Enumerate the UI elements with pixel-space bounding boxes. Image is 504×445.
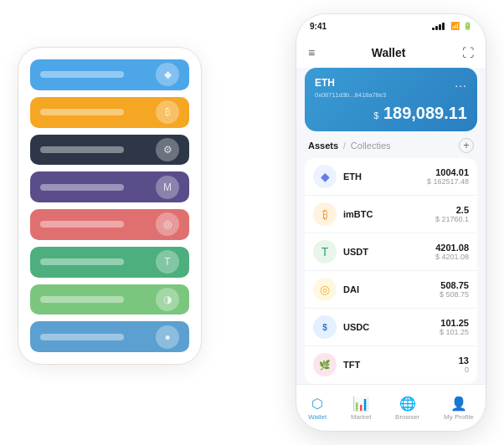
card-text [40, 184, 124, 191]
card-icon: ● [156, 325, 179, 349]
eth-usd: $ 162517.48 [427, 177, 469, 186]
usdc-logo: $ [313, 315, 337, 339]
card-1: ◆ [30, 59, 189, 90]
tft-amount: 13 [459, 355, 469, 366]
imbtc-logo: ₿ [313, 202, 337, 226]
tft-logo: 🌿 [313, 353, 337, 376]
card-text [40, 146, 124, 153]
usdt-amounts: 4201.08 $ 4201.08 [435, 243, 469, 261]
tft-amounts: 13 0 [459, 355, 469, 374]
nav-browser[interactable]: 🌐 Browser [395, 396, 419, 421]
dai-amount: 508.75 [440, 280, 469, 290]
market-icon: 📊 [352, 396, 369, 412]
card-icon: ⚙ [156, 138, 179, 161]
eth-address: 0x08711d3b...8418a78e3 [315, 91, 467, 99]
eth-balance-value: 189,089.11 [383, 104, 467, 122]
tab-collecties[interactable]: Collecties [351, 141, 391, 151]
nav-wallet-label: Wallet [308, 413, 327, 421]
card-6: T [30, 247, 189, 278]
expand-icon[interactable]: ⛶ [462, 46, 474, 59]
right-phone: 9:41 📶 🔋 ≡ Wallet ⛶ ETH ... [296, 13, 486, 432]
card-text [40, 258, 124, 265]
card-8: ● [30, 321, 189, 352]
left-phone: ◆ ₿ ⚙ M ◎ T ◑ ● [18, 47, 202, 365]
eth-balance: $ 189,089.11 [315, 104, 467, 123]
card-icon: ₿ [156, 100, 179, 124]
nav-market-label: Market [351, 413, 371, 421]
card-3: ⚙ [30, 135, 189, 166]
tft-name: TFT [343, 360, 459, 370]
eth-name: ETH [343, 171, 427, 182]
tab-separator: / [343, 141, 346, 151]
status-bar: 9:41 📶 🔋 [296, 14, 486, 38]
assets-header: Assets / Collecties + [296, 138, 486, 158]
usdc-name: USDC [343, 322, 440, 332]
card-4: M [30, 171, 189, 202]
browser-icon: 🌐 [399, 396, 416, 412]
card-text [40, 109, 124, 115]
imbtc-amount: 2.5 [435, 205, 469, 215]
usdt-usd: $ 4201.08 [435, 253, 469, 261]
profile-icon: 👤 [450, 396, 467, 412]
usdt-logo: T [313, 240, 337, 263]
asset-item-usdc: $ USDC 101.25 $ 101.25 [305, 309, 477, 346]
card-2: ₿ [30, 97, 189, 128]
card-text [40, 334, 124, 340]
card-5: ◎ [30, 209, 189, 240]
card-icon: M [156, 176, 179, 199]
asset-item-imbtc: ₿ imBTC 2.5 $ 21760.1 [305, 196, 477, 233]
asset-item-dai: ◎ DAI 508.75 $ 508.75 [305, 271, 477, 309]
menu-icon[interactable]: ≡ [308, 46, 315, 59]
nav-profile[interactable]: 👤 My Profile [444, 396, 474, 421]
status-time: 9:41 [310, 22, 327, 31]
imbtc-name: imBTC [343, 209, 435, 219]
usdc-amount: 101.25 [440, 318, 469, 328]
wallet-icon: ⬡ [311, 396, 323, 412]
tft-usd: 0 [459, 366, 469, 374]
usdc-usd: $ 101.25 [440, 328, 469, 336]
nav-market[interactable]: 📊 Market [351, 396, 371, 421]
imbtc-amounts: 2.5 $ 21760.1 [435, 205, 469, 223]
status-icons: 📶 🔋 [432, 22, 472, 30]
eth-amounts: 1004.01 $ 162517.48 [427, 167, 469, 186]
eth-card-top: ETH ... [315, 76, 467, 90]
eth-logo: ◆ [313, 165, 337, 188]
eth-amount: 1004.01 [427, 167, 469, 177]
tab-assets[interactable]: Assets [308, 141, 338, 151]
phone-header: ≡ Wallet ⛶ [296, 38, 486, 68]
usdt-name: USDT [343, 247, 435, 257]
asset-item-usdt: T USDT 4201.08 $ 4201.08 [305, 233, 477, 271]
assets-tabs: Assets / Collecties [308, 141, 391, 151]
imbtc-usd: $ 21760.1 [435, 215, 469, 223]
card-text [40, 296, 124, 303]
eth-more-button[interactable]: ... [455, 76, 467, 90]
bottom-nav: ⬡ Wallet 📊 Market 🌐 Browser 👤 My Profile [296, 384, 486, 431]
card-text [40, 71, 124, 78]
asset-item-eth: ◆ ETH 1004.01 $ 162517.48 [305, 158, 477, 196]
card-icon: T [156, 250, 179, 274]
dai-name: DAI [343, 284, 440, 294]
eth-currency-symbol: $ [373, 110, 378, 120]
asset-list: ◆ ETH 1004.01 $ 162517.48 ₿ imBTC 2.5 $ … [305, 158, 477, 384]
card-icon: ◆ [156, 63, 179, 86]
card-7: ◑ [30, 284, 189, 315]
dai-logo: ◎ [313, 278, 337, 301]
nav-wallet[interactable]: ⬡ Wallet [308, 396, 327, 421]
asset-item-tft: 🌿 TFT 13 0 [305, 346, 477, 383]
card-icon: ◑ [156, 288, 179, 311]
header-title: Wallet [372, 46, 406, 59]
card-text [40, 221, 124, 228]
add-asset-button[interactable]: + [459, 138, 474, 153]
scene: ◆ ₿ ⚙ M ◎ T ◑ ● [18, 13, 486, 432]
eth-label: ETH [315, 77, 335, 89]
dai-amounts: 508.75 $ 508.75 [440, 280, 469, 299]
nav-browser-label: Browser [395, 413, 419, 421]
usdc-amounts: 101.25 $ 101.25 [440, 318, 469, 336]
dai-usd: $ 508.75 [440, 290, 469, 299]
usdt-amount: 4201.08 [435, 243, 469, 253]
nav-profile-label: My Profile [444, 413, 474, 421]
card-icon: ◎ [156, 212, 179, 236]
eth-card: ETH ... 0x08711d3b...8418a78e3 $ 189,089… [305, 68, 477, 131]
